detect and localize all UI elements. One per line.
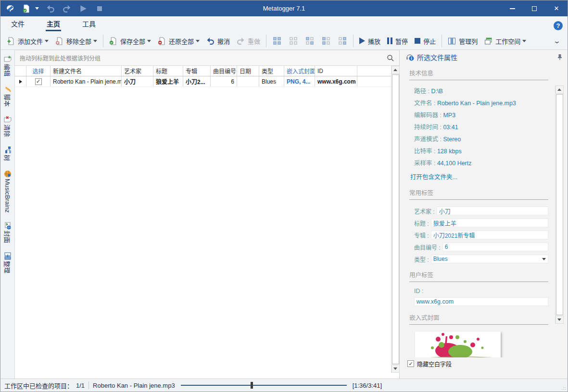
- save-all-quick-icon[interactable]: [22, 4, 31, 13]
- row-date-cell[interactable]: [237, 76, 259, 86]
- play-quick-icon[interactable]: [78, 4, 88, 13]
- sidebar-item-cover[interactable]: 封面: [3, 220, 12, 243]
- hide-blank-checkbox[interactable]: ✓: [407, 360, 414, 367]
- tree-icon: [4, 145, 12, 152]
- sidebar-item-musicbrainz[interactable]: MusicBrainz: [4, 169, 12, 213]
- undo-quick-icon[interactable]: [46, 4, 55, 13]
- column-header-track[interactable]: 曲目编号: [211, 66, 237, 76]
- seek-thumb[interactable]: [251, 382, 253, 389]
- properties-vertical-scrollbar[interactable]: [555, 86, 563, 324]
- column-header-id[interactable]: ID: [315, 66, 357, 76]
- ribbon-toolbar: 添加文件 移除全部 保存全部 还原全部 撤消 重做: [0, 32, 568, 50]
- minimize-button[interactable]: [501, 0, 523, 16]
- pin-icon[interactable]: [557, 54, 563, 61]
- workspace-label: 工作空间: [495, 37, 520, 46]
- add-file-button[interactable]: 添加文件: [3, 34, 52, 48]
- scroll-up-button[interactable]: [555, 86, 564, 94]
- track-number-field[interactable]: 6: [442, 243, 548, 251]
- tab-tools[interactable]: 工具: [80, 17, 98, 32]
- scroll-down-button[interactable]: [391, 365, 400, 373]
- scroll-up-button[interactable]: [391, 66, 400, 74]
- sidebar-item-organize[interactable]: 整理: [3, 251, 12, 273]
- sidebar-item-clear[interactable]: 清除: [3, 114, 12, 137]
- toolbar-separator: [103, 35, 103, 47]
- save-all-button[interactable]: 保存全部: [106, 34, 154, 48]
- play-icon: [359, 37, 365, 44]
- table-vertical-scrollbar[interactable]: [391, 66, 399, 373]
- scroll-down-button[interactable]: [555, 316, 564, 324]
- artist-field[interactable]: 小刀: [437, 207, 548, 215]
- pause-button[interactable]: 暂停: [384, 34, 411, 48]
- column-header-select[interactable]: 选择: [26, 66, 50, 76]
- arrow-up-icon: [557, 88, 561, 91]
- row-select-cell[interactable]: ✓: [26, 76, 50, 86]
- row-album-cell[interactable]: 小刀2...: [183, 76, 211, 86]
- redo-label: 重做: [248, 37, 260, 46]
- tab-file[interactable]: 文件: [9, 17, 26, 32]
- file-table: 选择 新建文件名 艺术家 标题 专辑 曲目编号 日期 类型 嵌入式封面 ID ✓…: [15, 66, 391, 87]
- open-containing-folder-link[interactable]: 打开包含文件夹...: [410, 172, 548, 181]
- close-button[interactable]: ✕: [545, 0, 568, 16]
- embedded-cover-image[interactable]: 小刀娱乐 乐于分享: [415, 331, 501, 357]
- stop-quick-icon[interactable]: [95, 4, 104, 13]
- search-icon[interactable]: [387, 54, 394, 62]
- table-row[interactable]: ✓ Roberto Kan - Plain jene.mp3 小刀 狼爱上羊 小…: [15, 76, 391, 87]
- group-by-bar[interactable]: 拖动列标题到此处根据该列分组: [15, 50, 399, 66]
- layout-all-panes-button[interactable]: [273, 37, 281, 45]
- row-cover-cell[interactable]: PNG, 4...: [284, 76, 315, 86]
- stop-button[interactable]: 停止: [411, 34, 439, 48]
- genre-dropdown-caret[interactable]: [542, 258, 546, 260]
- column-header-genre[interactable]: 类型: [259, 66, 284, 76]
- maximize-button[interactable]: [523, 0, 545, 16]
- column-header-album[interactable]: 专辑: [183, 66, 211, 76]
- layout-left-button[interactable]: [322, 37, 330, 45]
- workspace-button[interactable]: 工作空间: [481, 34, 530, 48]
- row-id-cell[interactable]: www.x6g.com: [315, 76, 357, 86]
- manage-columns-button[interactable]: 管理列: [444, 34, 481, 48]
- genre-select[interactable]: Blues: [431, 255, 548, 263]
- save-all-dropdown-caret[interactable]: [35, 7, 39, 10]
- tech-line-samplerate: 采样率 : 44,100 Hertz: [414, 158, 548, 167]
- toolbar-separator: [442, 35, 442, 47]
- tab-home[interactable]: 主页: [45, 17, 62, 32]
- row-checkbox[interactable]: ✓: [35, 78, 42, 85]
- row-track-cell[interactable]: 6: [211, 76, 237, 86]
- layout-none-button[interactable]: [290, 37, 297, 45]
- row-genre-cell[interactable]: Blues: [259, 76, 284, 86]
- row-artist-cell[interactable]: 小刀: [122, 76, 153, 86]
- redo-quick-icon[interactable]: [62, 4, 72, 13]
- row-filename-cell[interactable]: Roberto Kan - Plain jene.mp3: [50, 76, 122, 86]
- playback-seek-bar[interactable]: [181, 382, 347, 389]
- album-field[interactable]: 小刀2021新专辑: [431, 231, 548, 239]
- id-field[interactable]: www.x6g.com: [414, 297, 548, 306]
- row-filler-cell: [357, 76, 391, 86]
- layout-right-button[interactable]: [339, 37, 346, 45]
- collapse-ribbon-chevron-icon[interactable]: ⌄: [553, 37, 561, 45]
- tech-value: Stereo: [443, 136, 461, 143]
- field-row-title: 标题 : 狼爱上羊: [414, 219, 548, 227]
- help-button[interactable]: ?: [554, 21, 563, 30]
- layout-diagonal-button[interactable]: [306, 37, 314, 45]
- tech-value: 44,100 Hertz: [437, 160, 472, 167]
- redo-button[interactable]: 重做: [233, 34, 264, 48]
- restore-all-button[interactable]: 还原全部: [154, 34, 203, 48]
- sidebar-item-tree[interactable]: 树: [3, 145, 12, 161]
- sidebar-item-script[interactable]: 脚本: [3, 84, 12, 107]
- column-header-title[interactable]: 标题: [153, 66, 183, 76]
- file-info-icon: [405, 53, 414, 61]
- resize-grip-icon[interactable]: .::: [561, 386, 567, 391]
- column-header-filename[interactable]: 新建文件名: [50, 66, 122, 76]
- field-row-album: 专辑 : 小刀2021新专辑: [414, 231, 548, 239]
- sidebar-item-edit[interactable]: 编辑: [3, 54, 12, 76]
- scrollbar-thumb[interactable]: [392, 74, 399, 364]
- column-header-date[interactable]: 日期: [237, 66, 259, 76]
- scrollbar-thumb[interactable]: [556, 94, 563, 315]
- remove-all-button[interactable]: 移除全部: [52, 34, 101, 48]
- undo-button[interactable]: 撤消: [203, 34, 233, 48]
- column-header-cover[interactable]: 嵌入式封面: [284, 66, 315, 76]
- play-button[interactable]: 播放: [356, 34, 384, 48]
- organize-icon: [4, 251, 12, 258]
- row-title-cell[interactable]: 狼爱上羊: [153, 76, 183, 86]
- title-field[interactable]: 狼爱上羊: [431, 219, 548, 227]
- column-header-artist[interactable]: 艺术家: [122, 66, 153, 76]
